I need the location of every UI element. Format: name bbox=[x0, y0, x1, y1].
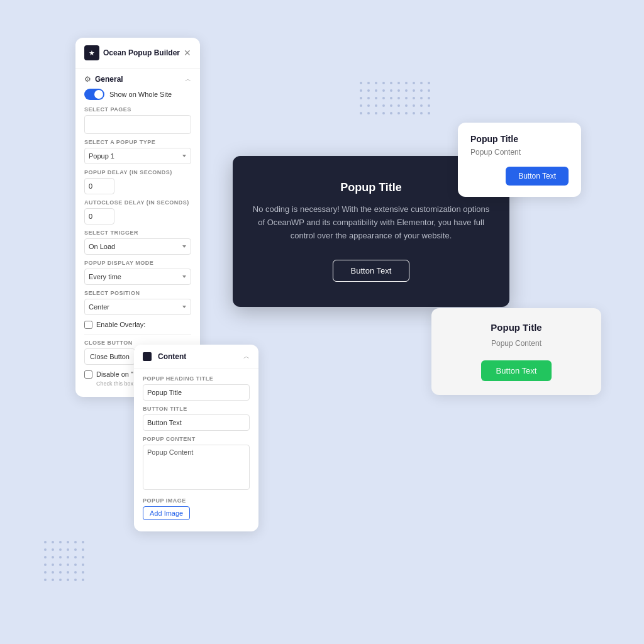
trigger-group: SELECT TRIGGER On Load On Click On Scrol… bbox=[84, 230, 191, 255]
popup-type-group: SELECT A POPUP TYPE Popup 1 Popup 2 Popu… bbox=[84, 139, 191, 164]
button-title-group: BUTTON TITLE bbox=[143, 406, 250, 431]
content-title-area: Content bbox=[143, 352, 186, 361]
position-group: SELECT POSITION Center Top Left Top Righ… bbox=[84, 290, 191, 315]
dark-popup-title: Popup Title bbox=[252, 181, 491, 194]
popup-content-textarea[interactable]: Popup Content bbox=[143, 445, 250, 490]
button-title-input[interactable] bbox=[143, 414, 250, 431]
panel-title: Ocean Popup Builder bbox=[103, 48, 180, 57]
content-panel-header: Content ︿ bbox=[134, 345, 258, 369]
trigger-select[interactable]: On Load On Click On Scroll bbox=[84, 238, 191, 255]
panel-title-area: ★ Ocean Popup Builder bbox=[84, 45, 180, 60]
popup-content-label: POPUP CONTENT bbox=[143, 436, 250, 442]
close-button-preview[interactable]: Close Button bbox=[84, 348, 135, 365]
disable-on-mobile-checkbox[interactable] bbox=[84, 370, 92, 379]
show-on-whole-site-row: Show on Whole Site bbox=[84, 89, 191, 100]
popup-heading-input[interactable] bbox=[143, 384, 250, 401]
content-icon bbox=[143, 352, 152, 361]
popup-type-label: SELECT A POPUP TYPE bbox=[84, 139, 191, 145]
general-section-header: ⚙ General ︿ bbox=[84, 75, 191, 84]
brand-icon: ★ bbox=[84, 45, 99, 60]
select-pages-label: Select Pages bbox=[84, 106, 191, 113]
position-label: SELECT POSITION bbox=[84, 290, 191, 296]
section-title-row: ⚙ General bbox=[84, 75, 123, 84]
enable-overlay-checkbox[interactable] bbox=[84, 321, 92, 329]
enable-overlay-label: Enable Overlay: bbox=[96, 320, 145, 329]
light-popup-bottom-title: Popup Title bbox=[444, 322, 589, 333]
autoclose-delay-group: AUTOCLOSE DELAY (IN SECONDS) bbox=[84, 199, 191, 225]
select-pages-input[interactable] bbox=[84, 115, 191, 134]
content-section-title: Content bbox=[158, 352, 186, 361]
content-panel: Content ︿ POPUP HEADING TITLE BUTTON TIT… bbox=[134, 345, 258, 531]
position-select[interactable]: Center Top Left Top Right Bottom Left Bo… bbox=[84, 299, 191, 315]
light-popup-bottom-button[interactable]: Button Text bbox=[481, 360, 552, 381]
show-on-whole-site-toggle[interactable] bbox=[84, 89, 104, 100]
popup-heading-group: POPUP HEADING TITLE bbox=[143, 375, 250, 401]
dark-popup-button[interactable]: Button Text bbox=[333, 260, 410, 282]
display-mode-select[interactable]: Every time Once Once per session bbox=[84, 269, 191, 285]
add-image-button[interactable]: Add Image bbox=[143, 506, 190, 520]
trigger-label: SELECT TRIGGER bbox=[84, 230, 191, 236]
autoclose-delay-label: AUTOCLOSE DELAY (IN SECONDS) bbox=[84, 199, 191, 206]
content-panel-body: POPUP HEADING TITLE BUTTON TITLE POPUP C… bbox=[134, 369, 258, 531]
light-popup-top-button[interactable]: Button Text bbox=[506, 167, 569, 186]
popup-heading-label: POPUP HEADING TITLE bbox=[143, 375, 250, 382]
dot-decoration-bottom bbox=[44, 541, 84, 581]
popup-image-label: POPUP IMAGE bbox=[143, 497, 250, 504]
light-popup-top-content: Popup Content bbox=[470, 148, 569, 157]
panel-header: ★ Ocean Popup Builder ✕ bbox=[75, 38, 200, 69]
popup-delay-label: POPUP DELAY (IN SECONDS) bbox=[84, 169, 191, 175]
enable-overlay-row: Enable Overlay: bbox=[84, 320, 191, 329]
popup-type-select[interactable]: Popup 1 Popup 2 Popup 3 bbox=[84, 148, 191, 164]
light-popup-top: Popup Title Popup Content Button Text bbox=[458, 123, 581, 197]
select-pages-group: Select Pages bbox=[84, 106, 191, 134]
show-on-whole-site-label: Show on Whole Site bbox=[109, 91, 172, 98]
popup-delay-input[interactable] bbox=[84, 178, 114, 194]
general-panel: ★ Ocean Popup Builder ✕ ⚙ General ︿ Show… bbox=[75, 38, 200, 397]
light-popup-bottom: Popup Title Popup Content Button Text bbox=[431, 308, 601, 395]
content-chevron-up-icon[interactable]: ︿ bbox=[243, 352, 250, 361]
dark-popup-content: No coding is necessary! With the extensi… bbox=[252, 203, 491, 242]
dot-decoration-top bbox=[360, 82, 430, 114]
button-title-label: BUTTON TITLE bbox=[143, 406, 250, 412]
panel-close-button[interactable]: ✕ bbox=[184, 48, 191, 58]
light-popup-bottom-content: Popup Content bbox=[444, 339, 589, 348]
section-title: General bbox=[95, 75, 123, 84]
popup-content-group: POPUP CONTENT Popup Content bbox=[143, 436, 250, 492]
popup-delay-group: POPUP DELAY (IN SECONDS) bbox=[84, 169, 191, 194]
popup-image-group: POPUP IMAGE Add Image bbox=[143, 497, 250, 520]
display-mode-group: POPUP DISPLAY MODE Every time Once Once … bbox=[84, 260, 191, 285]
display-mode-label: POPUP DISPLAY MODE bbox=[84, 260, 191, 266]
chevron-up-icon[interactable]: ︿ bbox=[185, 75, 191, 84]
gear-icon: ⚙ bbox=[84, 75, 91, 84]
autoclose-delay-input[interactable] bbox=[84, 208, 114, 225]
light-popup-top-title: Popup Title bbox=[470, 134, 569, 144]
